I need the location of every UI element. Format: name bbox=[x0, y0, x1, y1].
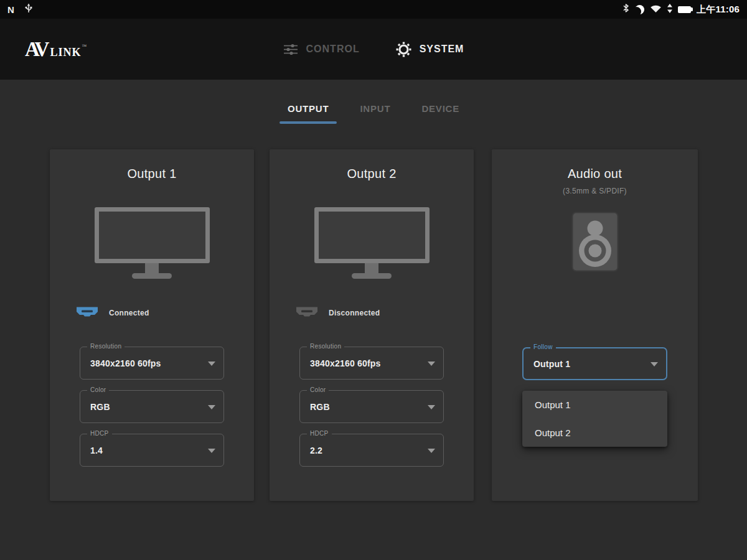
connection-status-label: Disconnected bbox=[329, 309, 380, 317]
follow-select[interactable]: Follow Output 1 bbox=[522, 347, 667, 380]
resolution-select-label: Resolution bbox=[307, 343, 344, 350]
monitor-icon bbox=[314, 207, 430, 279]
system-page: OUTPUT INPUT DEVICE Output 1 Connected R… bbox=[0, 80, 747, 560]
hdmi-disconnected-icon bbox=[296, 306, 318, 320]
chevron-down-icon bbox=[428, 362, 435, 366]
app-bar: AV LINK ™ CONTROL bbox=[0, 19, 747, 80]
color-select-label: Color bbox=[307, 386, 329, 394]
follow-select-label: Follow bbox=[530, 343, 556, 351]
tab-output[interactable]: OUTPUT bbox=[280, 98, 337, 124]
resolution-select-value: 3840x2160 60fps bbox=[310, 358, 381, 368]
chevron-down-icon bbox=[208, 362, 215, 366]
main-nav: CONTROL SYSTEM bbox=[0, 19, 747, 80]
hdmi-connected-icon bbox=[76, 306, 98, 320]
nav-control[interactable]: CONTROL bbox=[283, 44, 360, 55]
monitor-icon bbox=[95, 207, 210, 279]
color-select-value: RGB bbox=[310, 402, 330, 412]
usb-icon bbox=[24, 3, 33, 16]
hdcp-select-label: HDCP bbox=[307, 430, 332, 437]
speaker-icon bbox=[571, 212, 619, 272]
wifi-icon bbox=[650, 4, 662, 16]
field-group: Resolution 3840x2160 60fps Color RGB HDC… bbox=[50, 347, 254, 467]
card-output-1: Output 1 Connected Resolution 3840x2160 … bbox=[50, 149, 254, 501]
field-group: Resolution 3840x2160 60fps Color RGB HDC… bbox=[270, 347, 474, 467]
color-select[interactable]: Color RGB bbox=[299, 390, 444, 423]
tab-device[interactable]: DEVICE bbox=[413, 98, 467, 124]
status-bar-indicators: 上午11:06 bbox=[622, 3, 740, 16]
tab-input[interactable]: INPUT bbox=[352, 98, 398, 124]
follow-select-value: Output 1 bbox=[533, 359, 570, 369]
hdcp-select-value: 1.4 bbox=[90, 446, 103, 455]
card-subtitle: (3.5mm & S/PDIF) bbox=[492, 187, 698, 195]
status-bar-notifications: N bbox=[7, 3, 33, 16]
bluetooth-icon bbox=[622, 3, 629, 16]
color-select[interactable]: Color RGB bbox=[80, 390, 224, 423]
hdcp-select[interactable]: HDCP 2.2 bbox=[299, 434, 444, 467]
system-tabs: OUTPUT INPUT DEVICE bbox=[0, 80, 747, 124]
nav-control-label: CONTROL bbox=[306, 44, 360, 55]
card-output-2: Output 2 Disconnected Resolution 3840x21… bbox=[270, 149, 474, 501]
card-audio-out: Audio out (3.5mm & S/PDIF) Follow Output… bbox=[492, 149, 698, 501]
chevron-down-icon bbox=[428, 449, 435, 453]
follow-dropdown-menu: Output 1 Output 2 bbox=[522, 391, 667, 447]
resolution-select-value: 3840x2160 60fps bbox=[90, 358, 161, 368]
status-bar: N bbox=[0, 0, 747, 19]
hdcp-select[interactable]: HDCP 1.4 bbox=[80, 434, 224, 467]
do-not-disturb-moon-icon bbox=[635, 5, 644, 14]
menu-item-output-2[interactable]: Output 2 bbox=[522, 419, 667, 447]
battery-icon bbox=[678, 6, 691, 13]
card-title: Audio out bbox=[492, 167, 698, 181]
gear-icon bbox=[396, 42, 411, 57]
menu-item-output-1[interactable]: Output 1 bbox=[522, 391, 667, 419]
connection-status-row: Disconnected bbox=[296, 306, 474, 320]
color-select-value: RGB bbox=[90, 402, 110, 412]
chevron-down-icon bbox=[208, 449, 215, 453]
chevron-down-icon bbox=[651, 362, 658, 366]
card-title: Output 2 bbox=[270, 167, 474, 181]
hdcp-select-label: HDCP bbox=[87, 430, 112, 437]
nfc-icon: N bbox=[7, 5, 14, 14]
chevron-down-icon bbox=[428, 405, 435, 409]
resolution-select[interactable]: Resolution 3840x2160 60fps bbox=[80, 347, 224, 380]
card-title: Output 1 bbox=[50, 167, 254, 181]
color-select-label: Color bbox=[87, 386, 109, 394]
network-arrows-icon bbox=[667, 4, 672, 16]
nav-system[interactable]: SYSTEM bbox=[396, 42, 464, 57]
resolution-select-label: Resolution bbox=[87, 343, 125, 350]
hdcp-select-value: 2.2 bbox=[310, 446, 322, 455]
resolution-select[interactable]: Resolution 3840x2160 60fps bbox=[299, 347, 444, 380]
sliders-icon bbox=[283, 44, 298, 55]
connection-status-label: Connected bbox=[109, 309, 149, 317]
nav-system-label: SYSTEM bbox=[420, 44, 464, 55]
status-bar-clock: 上午11:06 bbox=[697, 4, 740, 16]
chevron-down-icon bbox=[208, 405, 215, 409]
connection-status-row: Connected bbox=[76, 306, 254, 320]
